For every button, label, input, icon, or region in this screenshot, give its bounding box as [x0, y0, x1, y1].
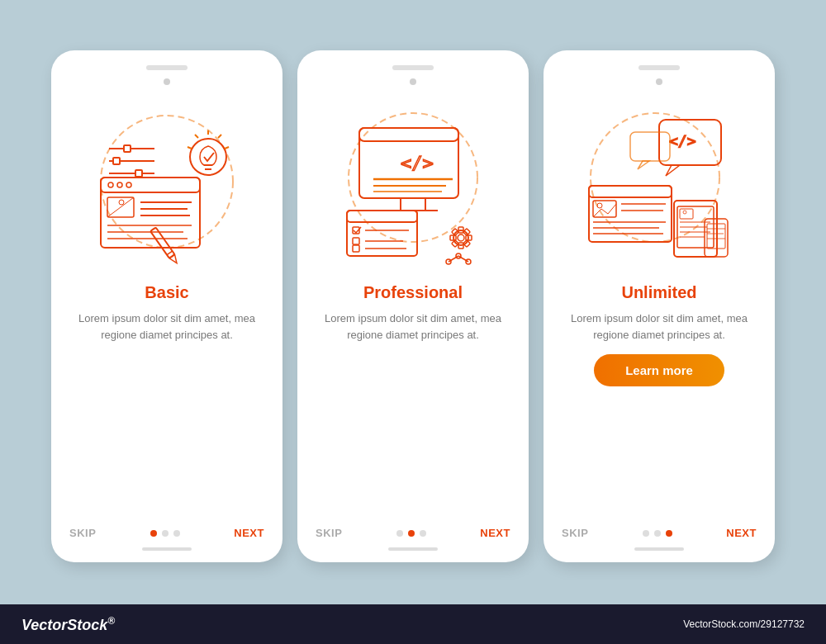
card-desc-professional: Lorem ipsum dolor sit dim amet, mea regi…	[297, 310, 529, 343]
phone-card-unlimited: </>	[544, 50, 775, 562]
nav-area-professional: SKIP NEXT	[297, 527, 529, 539]
phone-card-professional: </>	[297, 50, 529, 562]
phone-notch-unlimited	[638, 65, 680, 70]
scroll-bar-professional	[388, 547, 438, 551]
svg-line-29	[225, 147, 229, 149]
svg-line-17	[167, 251, 173, 255]
phone-card-basic: Basic Lorem ipsum dolor sit dim amet, me…	[51, 50, 282, 562]
svg-point-83	[683, 211, 686, 214]
phone-notch	[146, 65, 188, 70]
nav-area-basic: SKIP NEXT	[51, 527, 282, 539]
svg-rect-1	[101, 178, 200, 248]
nav-dots-professional	[396, 530, 426, 537]
dot-1-basic	[150, 530, 157, 537]
svg-rect-46	[353, 238, 359, 244]
watermark-logo: VectorStock®	[21, 615, 115, 634]
svg-text:</>: </>	[669, 132, 696, 149]
svg-point-5	[126, 182, 131, 187]
svg-rect-2	[101, 178, 200, 192]
phone-notch-pro	[392, 65, 434, 70]
scroll-bar-basic	[142, 547, 192, 551]
phone-camera	[164, 78, 170, 85]
dot-2-unlimited	[654, 530, 661, 537]
svg-rect-69	[630, 132, 670, 161]
svg-line-28	[218, 135, 221, 138]
dot-1-unlimited	[643, 530, 649, 537]
svg-rect-72	[589, 186, 672, 197]
svg-rect-23	[135, 170, 142, 177]
phone-camera-unlimited	[656, 78, 662, 85]
svg-rect-19	[124, 145, 131, 152]
svg-rect-21	[113, 158, 120, 164]
svg-rect-82	[680, 209, 693, 219]
skip-button-professional[interactable]: SKIP	[316, 527, 342, 539]
svg-marker-16	[169, 254, 179, 265]
card-desc-basic: Lorem ipsum dolor sit dim amet, mea regi…	[51, 310, 282, 343]
dot-1-professional	[396, 530, 403, 537]
phone-camera-pro	[410, 78, 416, 85]
nav-dots-basic	[150, 530, 180, 537]
nav-dots-unlimited	[643, 530, 672, 537]
svg-line-31	[188, 147, 192, 149]
next-button-professional[interactable]: NEXT	[480, 527, 510, 539]
dot-3-basic	[173, 530, 180, 537]
learn-more-button[interactable]: Learn more	[594, 354, 724, 386]
dot-2-professional	[408, 530, 415, 537]
svg-point-51	[458, 234, 464, 241]
card-desc-unlimited: Lorem ipsum dolor sit dim amet, mea regi…	[544, 310, 775, 343]
dot-2-basic	[162, 530, 169, 537]
svg-marker-67	[666, 165, 680, 176]
svg-marker-70	[638, 161, 649, 169]
svg-point-4	[117, 182, 122, 187]
skip-button-basic[interactable]: SKIP	[69, 527, 96, 539]
next-button-unlimited[interactable]: NEXT	[726, 527, 757, 539]
svg-rect-34	[359, 128, 458, 141]
svg-point-3	[108, 182, 113, 187]
illustration-basic	[76, 95, 258, 277]
svg-text:</>: </>	[401, 153, 434, 173]
svg-line-30	[195, 135, 198, 138]
watermark-bar: VectorStock® VectorStock.com/29127732	[0, 604, 826, 644]
card-title-unlimited: Unlimited	[621, 283, 696, 302]
svg-point-8	[119, 200, 124, 205]
card-title-basic: Basic	[145, 283, 188, 302]
skip-button-unlimited[interactable]: SKIP	[562, 527, 588, 539]
illustration-professional: </>	[322, 95, 504, 277]
svg-line-64	[458, 256, 468, 262]
svg-point-0	[101, 116, 233, 248]
main-area: Basic Lorem ipsum dolor sit dim amet, me…	[0, 0, 826, 604]
dot-3-professional	[420, 530, 426, 537]
illustration-unlimited: </>	[568, 95, 750, 277]
svg-line-63	[449, 256, 458, 262]
dot-3-unlimited	[666, 530, 672, 537]
svg-rect-43	[347, 211, 417, 222]
svg-rect-48	[353, 245, 359, 252]
card-title-professional: Professional	[363, 283, 463, 302]
scroll-bar-unlimited	[634, 547, 684, 551]
next-button-basic[interactable]: NEXT	[234, 527, 264, 539]
nav-area-unlimited: SKIP NEXT	[544, 527, 775, 539]
watermark-url: VectorStock.com/29127732	[683, 618, 805, 630]
